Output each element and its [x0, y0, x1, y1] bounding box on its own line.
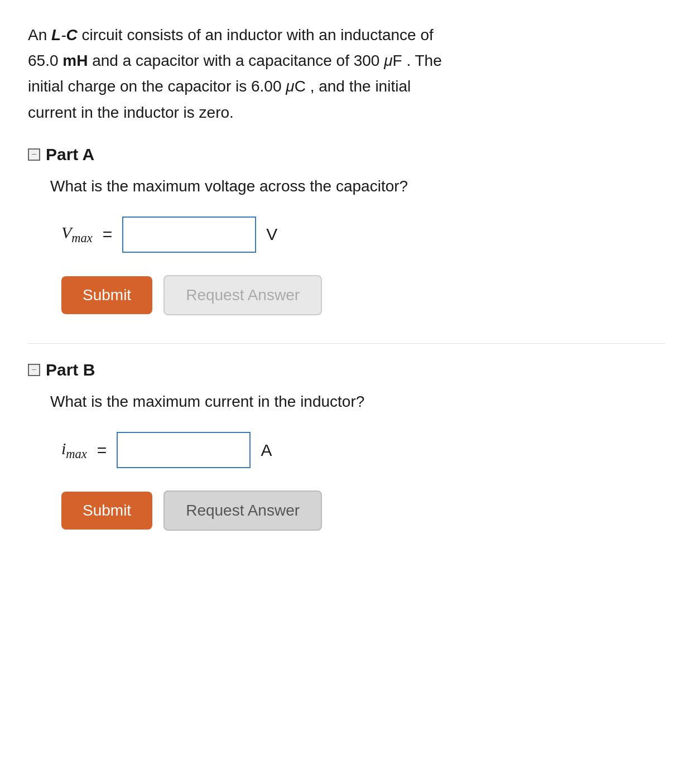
part-b-collapse-icon[interactable]: −	[28, 364, 40, 376]
part-b-request-answer-button[interactable]: Request Answer	[163, 490, 322, 531]
part-a-title: Part A	[46, 145, 94, 164]
part-b-submit-button[interactable]: Submit	[61, 492, 152, 530]
part-b-button-row: Submit Request Answer	[61, 490, 665, 531]
part-b-answer-input[interactable]	[117, 432, 251, 468]
part-b-header: − Part B	[28, 360, 665, 379]
part-a-answer-row: Vmax = V	[61, 217, 665, 253]
part-a-answer-input[interactable]	[122, 217, 256, 253]
part-a-question: What is the maximum voltage across the c…	[50, 175, 665, 197]
part-a-section: − Part A What is the maximum voltage acr…	[28, 145, 665, 315]
section-divider	[28, 343, 665, 344]
part-b-equals: =	[97, 441, 107, 460]
part-b-title: Part B	[46, 360, 95, 379]
part-a-equals: =	[103, 225, 113, 244]
part-b-variable-label: imax	[61, 439, 87, 461]
part-b-question: What is the maximum current in the induc…	[50, 391, 665, 412]
lc-circuit-label: L-C	[51, 26, 78, 44]
part-b-unit: A	[261, 441, 272, 460]
part-a-unit: V	[266, 225, 277, 244]
part-a-variable-label: Vmax	[61, 223, 93, 246]
part-a-submit-button[interactable]: Submit	[61, 276, 152, 314]
problem-intro: An L-C circuit consists of an inductor w…	[28, 22, 665, 126]
intro-text: An L-C circuit consists of an inductor w…	[28, 26, 442, 121]
part-b-answer-row: imax = A	[61, 432, 665, 468]
part-a-header: − Part A	[28, 145, 665, 164]
part-a-request-answer-button[interactable]: Request Answer	[163, 275, 322, 315]
part-b-section: − Part B What is the maximum current in …	[28, 360, 665, 531]
part-b-variable-sub: max	[66, 447, 87, 461]
part-a-variable-sub: max	[71, 231, 93, 245]
part-a-collapse-icon[interactable]: −	[28, 148, 40, 161]
part-a-button-row: Submit Request Answer	[61, 275, 665, 315]
